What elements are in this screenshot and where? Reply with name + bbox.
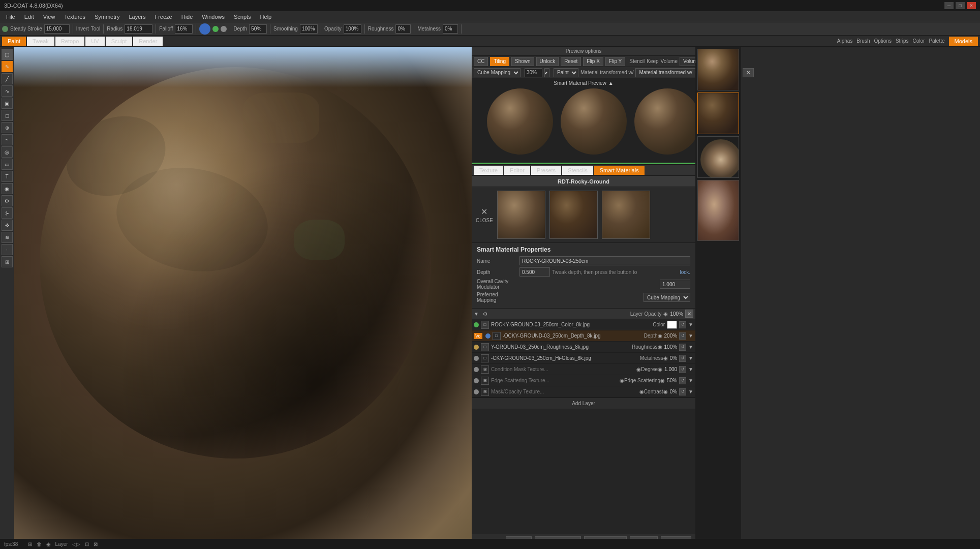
tab-paint[interactable]: Paint (2, 37, 26, 46)
depth-input[interactable] (249, 24, 267, 34)
tool-line[interactable]: ╱ (2, 73, 13, 84)
bottom-icon-2[interactable]: 🗑 (37, 541, 42, 547)
close-button[interactable]: ✕ (967, 2, 976, 9)
bottom-icon-4[interactable]: Layer (55, 541, 68, 547)
layers-close-btn[interactable]: ✕ (685, 310, 693, 318)
tool-text[interactable]: T (2, 171, 13, 182)
viewport[interactable] (14, 47, 472, 549)
menu-help[interactable]: Help (256, 13, 276, 21)
layer-row-color[interactable]: □ ROCKY-GROUND-03_250cm_Color_8k.jpg Col… (472, 319, 695, 330)
layers-expand[interactable]: ⚙ (483, 311, 487, 317)
falloff-input[interactable] (175, 24, 193, 34)
layer-row-condition[interactable]: ⊞ Condition Mask Texture... ◉Degree◉ 1.0… (472, 364, 695, 375)
close-button-area[interactable]: ✕ CLOSE (476, 207, 493, 223)
flip-y-btn[interactable]: Flip Y (605, 57, 625, 66)
menu-layers[interactable]: Layers (125, 13, 149, 21)
tool-grid[interactable]: ⊞ (2, 256, 13, 267)
maximize-button[interactable]: □ (956, 2, 965, 9)
layer-row-metalness[interactable]: □ -CKY-GROUND-03_250cm_Hi-Gloss_8k.jpg M… (472, 353, 695, 364)
menu-scripts[interactable]: Scripts (230, 13, 255, 21)
tab-uv[interactable]: UV (85, 37, 104, 46)
add-layer-row[interactable]: Add Layer (472, 398, 695, 409)
tiling-btn[interactable]: Tiling (490, 57, 509, 66)
tool-gear[interactable]: ⚙ (2, 195, 13, 206)
depth-lock-link[interactable]: lock. (680, 269, 690, 275)
tab-render[interactable]: Render (133, 37, 163, 46)
tab-smart-materials[interactable]: Smart Materials (594, 166, 645, 175)
tab-presets[interactable]: Presets (531, 166, 561, 175)
paint-select[interactable]: Paint (554, 68, 578, 77)
thumb-3[interactable] (697, 136, 739, 178)
bottom-icon-1[interactable]: ⊞ (28, 541, 32, 547)
layer-reset-5[interactable]: ↺ (679, 366, 686, 373)
tool-fill[interactable]: ▣ (2, 98, 13, 109)
tool-blur[interactable]: ◎ (2, 146, 13, 158)
mapping-percent[interactable] (525, 68, 542, 77)
roughness-input[interactable] (395, 24, 411, 34)
stroke-input[interactable] (44, 24, 70, 34)
overall-input[interactable] (660, 280, 690, 289)
tool-pin[interactable]: ⊱ (2, 207, 13, 219)
percent-arrow[interactable] (544, 68, 549, 77)
mat-thumb-3[interactable] (602, 191, 650, 239)
smoothing-input[interactable] (300, 24, 318, 34)
tab-editor[interactable]: Editor (504, 166, 530, 175)
name-input[interactable] (519, 256, 690, 265)
tool-wave[interactable]: ≋ (2, 232, 13, 243)
bottom-icon-5[interactable]: ◁▷ (72, 541, 80, 547)
tab-retopo[interactable]: Retopo (55, 37, 84, 46)
layer-reset-1[interactable]: ↺ (679, 321, 686, 328)
tool-select[interactable]: ▢ (2, 49, 13, 60)
reset-btn[interactable]: Reset (561, 57, 581, 66)
color-dot[interactable] (199, 23, 210, 35)
depth-input[interactable] (519, 267, 550, 277)
tool-smudge[interactable]: ~ (2, 134, 13, 145)
mat-thumb-2[interactable] (549, 191, 598, 239)
close-icon[interactable]: ✕ (481, 207, 487, 217)
tool-eraser[interactable]: ◻ (2, 110, 13, 121)
preview-sphere-2[interactable] (561, 88, 627, 155)
menu-hide[interactable]: Hide (177, 13, 197, 21)
menu-windows[interactable]: Windows (198, 13, 229, 21)
bottom-icon-3[interactable]: ◉ (46, 541, 51, 547)
menu-view[interactable]: View (39, 13, 59, 21)
layer-row-mask[interactable]: ⊞ Mask/Opacity Texture... ◉Contrast◉ 0% … (472, 386, 695, 398)
layer-row-depth[interactable]: Vo □ -OCKY-GROUND-03_250cm_Depth_8k.jpg … (472, 330, 695, 342)
tab-texture[interactable]: Texture (474, 166, 503, 175)
radius-input[interactable] (125, 24, 152, 34)
menu-file[interactable]: File (2, 13, 19, 21)
menu-textures[interactable]: Textures (60, 13, 89, 21)
preview-sphere-1[interactable] (487, 88, 553, 155)
tool-rect[interactable]: ▭ (2, 159, 13, 170)
thumb-4[interactable] (697, 180, 739, 241)
menu-edit[interactable]: Edit (20, 13, 38, 21)
tool-paint[interactable]: ✎ (2, 61, 13, 72)
nav-x[interactable]: ✕ (743, 68, 754, 77)
cc-btn[interactable]: CC (474, 57, 488, 66)
tool-curve[interactable]: ∿ (2, 85, 13, 97)
tab-stencils[interactable]: Stencils (562, 166, 593, 175)
menu-symmetry[interactable]: Symmetry (90, 13, 124, 21)
layer-reset-3[interactable]: ↺ (679, 344, 686, 351)
tab-tweak[interactable]: Tweak (27, 37, 54, 46)
thumb-2[interactable] (697, 93, 739, 134)
bottom-icon-6[interactable]: ⊡ (85, 541, 89, 547)
tool-eye[interactable]: ◉ (2, 183, 13, 194)
layer-reset-2[interactable]: ↺ (679, 332, 686, 340)
tool-move[interactable]: ✜ (2, 220, 13, 231)
tab-models[interactable]: Models (949, 37, 978, 46)
metalness-input[interactable] (443, 24, 458, 34)
minimize-button[interactable]: ─ (944, 2, 954, 9)
unlock-btn[interactable]: Unlock (536, 57, 559, 66)
menu-freeze[interactable]: Freeze (150, 13, 176, 21)
thumb-1[interactable] (697, 49, 739, 90)
preferred-select[interactable]: Cube Mapping (644, 293, 690, 302)
tab-sculpt[interactable]: Sculpt (106, 37, 133, 46)
preview-sphere-3[interactable] (634, 88, 695, 155)
layer-reset-4[interactable]: ↺ (679, 355, 686, 362)
material-select[interactable]: Material transformed w/ (635, 68, 702, 77)
layer-reset-6[interactable]: ↺ (679, 377, 686, 384)
tool-dot[interactable]: · (2, 244, 13, 255)
opacity-input[interactable] (344, 24, 361, 34)
tool-clone[interactable]: ⊕ (2, 122, 13, 133)
